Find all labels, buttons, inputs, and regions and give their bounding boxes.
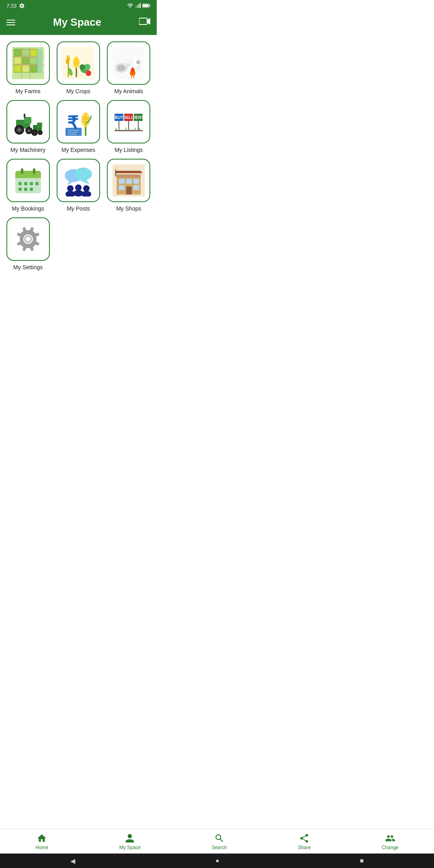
svg-point-61 — [18, 129, 20, 131]
svg-point-121 — [83, 185, 90, 192]
machinery-icon — [12, 106, 44, 138]
svg-rect-18 — [30, 65, 37, 72]
my-machinery-icon-box — [6, 100, 50, 143]
svg-point-133 — [115, 167, 117, 170]
wifi-icon — [127, 2, 133, 9]
my-shops-label: My Shops — [116, 205, 141, 212]
svg-point-119 — [75, 184, 82, 191]
status-icons — [127, 2, 150, 9]
my-bookings-label: My Bookings — [12, 205, 44, 212]
my-expenses-item[interactable]: ₹ My Expenses — [56, 100, 100, 153]
svg-point-117 — [67, 185, 74, 192]
svg-point-35 — [80, 64, 85, 70]
my-expenses-icon-box: ₹ — [57, 100, 100, 143]
my-settings-label: My Settings — [13, 264, 43, 270]
svg-marker-8 — [147, 18, 150, 25]
my-crops-item[interactable]: My Crops — [56, 41, 100, 94]
svg-rect-6 — [143, 4, 148, 7]
my-machinery-item[interactable]: My Machinery — [6, 100, 50, 153]
my-crops-icon-box — [57, 41, 100, 85]
status-bar: 7:33 — [0, 0, 157, 11]
svg-rect-127 — [126, 179, 132, 184]
svg-point-43 — [125, 63, 130, 67]
time-display: 7:33 — [6, 3, 16, 9]
my-machinery-label: My Machinery — [10, 147, 45, 153]
svg-rect-105 — [18, 182, 22, 185]
svg-text:BUY: BUY — [115, 115, 123, 120]
svg-rect-126 — [119, 179, 125, 184]
my-farms-icon-box — [6, 41, 50, 85]
my-posts-item[interactable]: My Posts — [56, 159, 100, 212]
page-title: My Space — [53, 16, 101, 29]
my-posts-label: My Posts — [67, 205, 90, 212]
svg-rect-23 — [37, 49, 42, 73]
svg-rect-65 — [24, 114, 25, 118]
svg-rect-130 — [133, 185, 139, 190]
svg-rect-108 — [35, 182, 39, 185]
svg-rect-106 — [24, 182, 27, 185]
svg-rect-11 — [22, 49, 29, 56]
my-farms-item[interactable]: My Farms — [6, 41, 50, 94]
svg-point-53 — [131, 68, 134, 69]
svg-point-137 — [26, 237, 31, 242]
my-listings-item[interactable]: BUY SELL RENT My Listings — [106, 100, 151, 153]
my-settings-item[interactable]: My Settings — [6, 217, 50, 270]
svg-rect-16 — [14, 65, 21, 72]
svg-rect-7 — [139, 18, 147, 25]
svg-rect-125 — [117, 174, 141, 178]
svg-rect-20 — [29, 47, 30, 79]
expenses-icon: ₹ — [62, 106, 94, 138]
bookings-icon — [12, 164, 44, 197]
signal-icon — [135, 2, 141, 9]
my-animals-icon-box — [107, 41, 150, 85]
shops-icon — [113, 164, 145, 197]
farms-icon — [12, 47, 44, 79]
svg-rect-104 — [33, 168, 35, 174]
svg-point-69 — [33, 131, 36, 134]
crops-icon — [62, 47, 94, 79]
my-listings-icon-box: BUY SELL RENT — [107, 100, 150, 143]
svg-rect-111 — [30, 188, 33, 191]
svg-rect-10 — [14, 49, 21, 56]
svg-text:SELL: SELL — [124, 115, 134, 120]
hamburger-menu-button[interactable] — [6, 20, 15, 25]
my-bookings-icon-box — [6, 159, 50, 202]
my-shops-icon-box — [107, 159, 150, 202]
svg-rect-3 — [140, 3, 141, 8]
svg-point-71 — [39, 131, 41, 134]
animals-icon — [113, 47, 145, 79]
my-expenses-label: My Expenses — [61, 147, 95, 153]
svg-point-50 — [136, 60, 140, 64]
svg-rect-131 — [126, 186, 132, 194]
battery-icon — [142, 3, 150, 8]
svg-point-64 — [28, 130, 30, 131]
listings-icon: BUY SELL RENT — [113, 106, 145, 138]
svg-text:RENT: RENT — [133, 115, 144, 120]
svg-rect-109 — [18, 188, 22, 191]
svg-rect-102 — [15, 174, 41, 178]
svg-rect-15 — [30, 57, 37, 64]
my-animals-label: My Animals — [115, 88, 143, 94]
svg-rect-12 — [30, 49, 37, 56]
my-bookings-item[interactable]: My Bookings — [6, 159, 50, 212]
top-bar: My Space — [0, 11, 157, 35]
my-animals-item[interactable]: My Animals — [106, 41, 151, 94]
svg-rect-107 — [30, 182, 33, 185]
my-farms-label: My Farms — [16, 88, 41, 94]
gear-icon — [19, 3, 25, 9]
my-settings-icon-box — [6, 217, 50, 261]
svg-rect-110 — [24, 188, 27, 191]
my-posts-icon-box — [57, 159, 100, 202]
svg-rect-128 — [133, 179, 139, 184]
svg-rect-1 — [137, 5, 138, 8]
my-shops-item[interactable]: My Shops — [106, 159, 151, 212]
svg-rect-14 — [22, 57, 29, 64]
svg-rect-19 — [21, 47, 22, 79]
svg-point-36 — [86, 70, 91, 76]
posts-icon — [62, 164, 94, 197]
svg-rect-67 — [37, 123, 42, 127]
settings-icon — [12, 223, 44, 255]
svg-rect-0 — [135, 6, 136, 8]
svg-point-115 — [74, 168, 92, 180]
video-icon[interactable] — [139, 17, 150, 28]
